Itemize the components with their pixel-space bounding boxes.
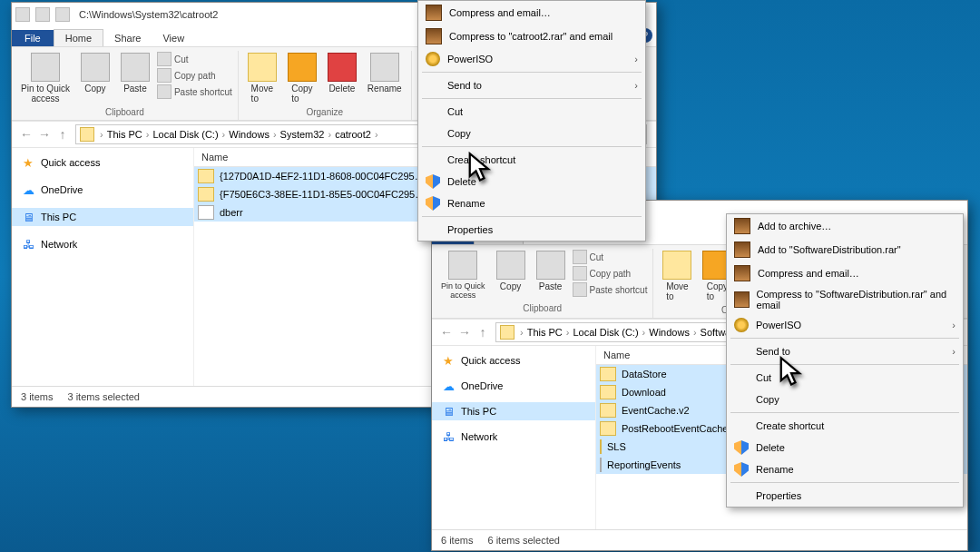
poweriso-icon bbox=[426, 52, 440, 66]
move-to-button[interactable]: Move to bbox=[244, 51, 280, 105]
crumb[interactable]: Windows bbox=[227, 129, 271, 140]
crumb[interactable]: catroot2 bbox=[333, 129, 373, 140]
rar-icon bbox=[734, 242, 750, 258]
shield-icon bbox=[426, 196, 440, 211]
copy-button[interactable]: Copy bbox=[77, 51, 113, 95]
cm-add-archive[interactable]: Add to archive… bbox=[727, 214, 963, 238]
copy-path-icon bbox=[157, 68, 172, 83]
up-arrow[interactable]: ↑ bbox=[54, 125, 72, 143]
crumb[interactable]: This PC bbox=[525, 327, 564, 338]
paste-shortcut-icon bbox=[573, 282, 587, 297]
cloud-icon: ☁ bbox=[23, 183, 35, 196]
context-menu-2[interactable]: Add to archive… Add to "SoftwareDistribu… bbox=[726, 213, 964, 508]
folder-icon bbox=[600, 385, 616, 399]
copy-to-button[interactable]: Copy to bbox=[284, 51, 320, 105]
shield-icon bbox=[426, 174, 440, 189]
share-tab[interactable]: Share bbox=[103, 30, 152, 46]
delete-button[interactable]: Delete bbox=[324, 51, 360, 95]
cm-properties[interactable]: Properties bbox=[418, 219, 645, 241]
sidebar-network[interactable]: 🖧Network bbox=[432, 428, 595, 446]
qat-icon[interactable] bbox=[55, 7, 70, 22]
status-bar: 6 items 6 items selected bbox=[432, 529, 967, 550]
paste-button[interactable]: Paste bbox=[117, 51, 153, 95]
cm-create-shortcut[interactable]: Create shortcut bbox=[418, 149, 645, 171]
move-to-button[interactable]: Move to bbox=[659, 249, 695, 303]
cm-cut[interactable]: Cut bbox=[727, 367, 963, 389]
cm-compress-email[interactable]: Compress and email… bbox=[418, 1, 645, 25]
file-icon bbox=[600, 458, 602, 472]
delete-x-icon bbox=[328, 53, 357, 82]
copy-path-button[interactable]: Copy path bbox=[573, 265, 648, 281]
sidebar-onedrive[interactable]: ☁OneDrive bbox=[12, 181, 193, 199]
back-arrow[interactable]: ← bbox=[17, 125, 35, 143]
copy-button[interactable]: Copy bbox=[493, 249, 529, 293]
sidebar-onedrive[interactable]: ☁OneDrive bbox=[432, 377, 595, 395]
network-icon: 🖧 bbox=[23, 238, 35, 251]
navigation-pane: ★Quick access ☁OneDrive 🖥This PC 🖧Networ… bbox=[12, 148, 194, 386]
sidebar-this-pc[interactable]: 🖥This PC bbox=[12, 208, 193, 226]
cm-delete[interactable]: Delete bbox=[727, 437, 963, 458]
copy-icon bbox=[81, 53, 110, 82]
cut-button[interactable]: Cut bbox=[157, 51, 232, 67]
crumb[interactable]: Local Disk (C:) bbox=[151, 129, 220, 140]
crumb[interactable]: Windows bbox=[647, 327, 691, 338]
cm-send-to[interactable]: Send to› bbox=[418, 74, 645, 96]
file-tab[interactable]: File bbox=[12, 30, 54, 46]
forward-arrow[interactable]: → bbox=[35, 125, 54, 143]
cm-rename[interactable]: Rename bbox=[418, 192, 645, 214]
up-arrow[interactable]: ↑ bbox=[474, 323, 492, 341]
cm-poweriso[interactable]: PowerISO› bbox=[727, 314, 963, 336]
cm-compress-email[interactable]: Compress and email… bbox=[727, 261, 963, 285]
paste-button[interactable]: Paste bbox=[533, 249, 569, 293]
cm-compress-to-rar-email[interactable]: Compress to "SoftwareDistribution.rar" a… bbox=[727, 285, 963, 314]
cm-compress-to-rar[interactable]: Compress to "catroot2.rar" and email bbox=[418, 25, 645, 48]
pin-button[interactable]: Pin to Quick access bbox=[437, 249, 489, 301]
crumb[interactable]: System32 bbox=[279, 129, 327, 140]
cm-copy[interactable]: Copy bbox=[727, 389, 963, 410]
rename-button[interactable]: Rename bbox=[364, 51, 406, 95]
context-menu-1[interactable]: Compress and email… Compress to "catroot… bbox=[417, 0, 646, 242]
rar-icon bbox=[426, 28, 442, 44]
folder-icon bbox=[600, 439, 602, 454]
cm-delete[interactable]: Delete bbox=[418, 171, 645, 192]
cm-rename[interactable]: Rename bbox=[727, 458, 963, 480]
paste-shortcut-button[interactable]: Paste shortcut bbox=[573, 281, 648, 298]
copy-to-icon bbox=[288, 53, 317, 82]
sidebar-this-pc[interactable]: 🖥This PC bbox=[432, 402, 595, 420]
cm-properties[interactable]: Properties bbox=[727, 485, 963, 507]
cm-create-shortcut[interactable]: Create shortcut bbox=[727, 415, 963, 437]
cut-button[interactable]: Cut bbox=[573, 249, 648, 265]
folder-icon bbox=[500, 325, 514, 340]
shield-icon bbox=[734, 440, 749, 455]
home-tab[interactable]: Home bbox=[54, 29, 103, 46]
paste-shortcut-icon bbox=[157, 84, 172, 99]
rename-icon bbox=[370, 53, 399, 82]
pin-button[interactable]: Pin to Quick access bbox=[17, 51, 74, 105]
paste-shortcut-button[interactable]: Paste shortcut bbox=[157, 84, 232, 100]
forward-arrow[interactable]: → bbox=[456, 323, 474, 341]
back-arrow[interactable]: ← bbox=[437, 323, 456, 341]
sidebar-network[interactable]: 🖧Network bbox=[12, 235, 193, 253]
group-label: Clipboard bbox=[523, 301, 562, 316]
group-label: Organize bbox=[306, 105, 343, 120]
view-tab[interactable]: View bbox=[152, 30, 195, 46]
cm-poweriso[interactable]: PowerISO› bbox=[418, 48, 645, 70]
cm-add-to-rar[interactable]: Add to "SoftwareDistribution.rar" bbox=[727, 238, 963, 261]
crumb[interactable]: Local Disk (C:) bbox=[571, 327, 640, 338]
qat-icon[interactable] bbox=[35, 7, 50, 22]
cm-send-to[interactable]: Send to› bbox=[727, 340, 963, 362]
cm-cut[interactable]: Cut bbox=[418, 101, 645, 123]
sidebar-quick-access[interactable]: ★Quick access bbox=[12, 153, 193, 172]
selected-count: 3 items selected bbox=[67, 391, 139, 402]
copy-path-button[interactable]: Copy path bbox=[157, 67, 232, 84]
cm-copy[interactable]: Copy bbox=[418, 123, 645, 144]
col-name[interactable]: Name bbox=[194, 148, 446, 166]
rar-icon bbox=[734, 265, 750, 281]
selected-count: 6 items selected bbox=[487, 535, 559, 546]
crumb[interactable]: This PC bbox=[105, 129, 144, 140]
pin-icon bbox=[448, 251, 477, 280]
pc-icon: 🖥 bbox=[443, 405, 456, 418]
star-icon: ★ bbox=[23, 156, 35, 169]
submenu-arrow-icon: › bbox=[634, 80, 638, 91]
sidebar-quick-access[interactable]: ★Quick access bbox=[432, 351, 595, 370]
